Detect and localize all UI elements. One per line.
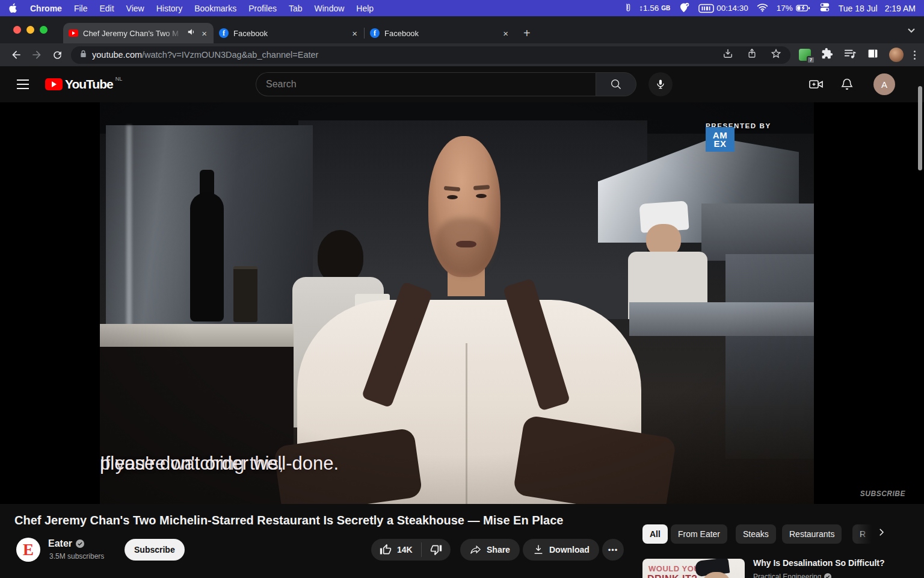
toolbar-right: 7 xyxy=(799,48,916,62)
shield-check-icon[interactable] xyxy=(679,2,690,15)
zoom-window-button[interactable] xyxy=(40,26,48,34)
reload-button[interactable] xyxy=(50,48,64,62)
chip-all[interactable]: All xyxy=(642,524,668,544)
url-text: youtube.com/watch?v=IVzmOUN3Dag&ab_chann… xyxy=(92,50,318,60)
wifi-icon[interactable] xyxy=(757,3,768,14)
facebook-favicon: f xyxy=(219,28,229,38)
youtube-search xyxy=(256,72,636,96)
notifications-bell-icon[interactable] xyxy=(840,77,854,94)
tab-facebook-2[interactable]: f Facebook × xyxy=(365,23,515,43)
share-arrow-icon xyxy=(470,544,482,556)
verified-badge-icon xyxy=(76,539,84,548)
clock[interactable]: Tue 18 Jul 2:19 AM xyxy=(839,4,916,13)
lock-icon[interactable] xyxy=(79,49,87,61)
menubar-item-tab[interactable]: Tab xyxy=(289,4,303,13)
related-video-channel[interactable]: Practical Engineering xyxy=(753,573,831,578)
chrome-menu-icon[interactable] xyxy=(914,51,916,60)
youtube-wordmark: YouTube xyxy=(65,77,113,92)
forward-button[interactable] xyxy=(29,48,44,62)
share-button[interactable]: Share xyxy=(460,539,520,561)
chrome-profile-avatar[interactable] xyxy=(889,48,904,62)
menubar-item-bookmarks[interactable]: Bookmarks xyxy=(194,4,236,13)
search-button[interactable] xyxy=(596,72,636,96)
menubar-item-window[interactable]: Window xyxy=(315,4,345,13)
video-title: Chef Jeremy Chan's Two Michelin-Starred … xyxy=(14,514,622,527)
channel-name: Eater xyxy=(48,538,72,549)
data-rate-unit: GB xyxy=(661,5,670,11)
tab-facebook-1[interactable]: f Facebook × xyxy=(214,23,364,43)
related-video-title[interactable]: Why Is Desalination So Difficult? xyxy=(753,558,917,568)
menubar-item-view[interactable]: View xyxy=(126,4,144,13)
extensions-puzzle-icon[interactable] xyxy=(821,48,833,62)
voice-search-button[interactable] xyxy=(648,72,673,96)
close-tab-icon[interactable]: × xyxy=(502,29,510,38)
menubar-status-area: ↕1.56GB 00:14:30 17% Tue 18 Jul 2:19 AM xyxy=(623,2,916,15)
guide-hamburger-icon[interactable] xyxy=(17,79,29,92)
minimize-window-button[interactable] xyxy=(26,26,34,34)
thumbs-up-icon xyxy=(380,544,392,556)
control-center-icon[interactable] xyxy=(819,2,830,14)
channel-name-row[interactable]: Eater xyxy=(48,538,84,549)
url-host: youtube.com xyxy=(92,50,142,60)
page-scrollbar[interactable] xyxy=(918,86,922,170)
more-actions-button[interactable]: ••• xyxy=(602,539,624,561)
screen: Chrome File Edit View History Bookmarks … xyxy=(0,0,924,578)
video-frame[interactable]: PRESENTED BY AM EX If you're watching th… xyxy=(100,102,814,504)
like-button[interactable]: 14K xyxy=(371,544,421,556)
scene-vignette xyxy=(100,102,814,504)
back-button[interactable] xyxy=(9,48,23,62)
youtube-favicon xyxy=(69,30,78,37)
data-rate-status[interactable]: ↕1.56GB xyxy=(639,4,670,13)
recording-timer[interactable]: 00:14:30 xyxy=(698,4,748,13)
menubar-item-profiles[interactable]: Profiles xyxy=(248,4,277,13)
create-video-icon[interactable] xyxy=(808,77,824,94)
download-button[interactable]: Download xyxy=(523,539,599,561)
caption-line-2: please don't order well-done. xyxy=(100,453,339,474)
related-thumbnail[interactable]: WOULD YOU DRINK IT? xyxy=(642,559,745,578)
time-label: 2:19 AM xyxy=(885,4,916,13)
search-input-box[interactable] xyxy=(256,72,596,96)
channel-avatar[interactable]: E xyxy=(16,538,40,562)
battery-status[interactable]: 17% xyxy=(777,4,811,13)
menubar-left: Chrome File Edit View History Bookmarks … xyxy=(8,3,374,13)
address-bar[interactable]: youtube.com/watch?v=IVzmOUN3Dag&ab_chann… xyxy=(71,46,790,64)
close-tab-icon[interactable]: × xyxy=(200,29,208,38)
channel-avatar-letter: E xyxy=(23,542,34,558)
youtube-account-avatar[interactable]: A xyxy=(873,73,895,95)
tab-title: Chef Jeremy Chan's Two M xyxy=(83,29,182,38)
youtube-logo[interactable]: YouTube NL xyxy=(45,77,122,92)
download-arrow-icon xyxy=(532,544,544,556)
menubar-item-edit[interactable]: Edit xyxy=(99,4,114,13)
tab-search-chevron-icon[interactable] xyxy=(907,25,916,36)
player-strip: PRESENTED BY AM EX If you're watching th… xyxy=(0,102,924,504)
new-tab-button[interactable]: + xyxy=(523,27,531,39)
chip-steaks[interactable]: Steaks xyxy=(736,524,776,544)
tab-youtube[interactable]: Chef Jeremy Chan's Two M × xyxy=(63,23,214,43)
chip-from-eater[interactable]: From Eater xyxy=(671,524,727,544)
download-label: Download xyxy=(549,545,590,555)
chip-restaurants[interactable]: Restaurants xyxy=(782,524,842,544)
search-input[interactable] xyxy=(266,79,582,90)
like-count: 14K xyxy=(397,545,413,555)
subscribe-button[interactable]: Subscribe xyxy=(125,539,185,561)
apple-icon[interactable] xyxy=(8,3,17,13)
close-window-button[interactable] xyxy=(13,26,21,34)
chips-next-icon[interactable] xyxy=(876,527,887,540)
tab-audio-icon[interactable] xyxy=(187,28,196,39)
dislike-button[interactable] xyxy=(422,544,451,556)
tab-title: Facebook xyxy=(233,29,346,38)
side-panel-icon[interactable] xyxy=(867,48,879,61)
adblock-extension-icon[interactable]: 7 xyxy=(799,49,811,61)
install-icon[interactable] xyxy=(722,48,734,62)
menubar-item-chrome[interactable]: Chrome xyxy=(30,4,62,13)
facebook-favicon: f xyxy=(370,28,380,38)
menubar-item-help[interactable]: Help xyxy=(356,4,374,13)
share-icon[interactable] xyxy=(747,48,757,62)
bookmark-star-icon[interactable] xyxy=(770,48,782,62)
paperclip-icon[interactable] xyxy=(623,2,630,15)
close-tab-icon[interactable]: × xyxy=(351,29,359,38)
chips-fade xyxy=(857,522,876,546)
menubar-item-history[interactable]: History xyxy=(156,4,183,13)
media-playlist-icon[interactable] xyxy=(843,48,857,62)
menubar-item-file[interactable]: File xyxy=(74,4,88,13)
